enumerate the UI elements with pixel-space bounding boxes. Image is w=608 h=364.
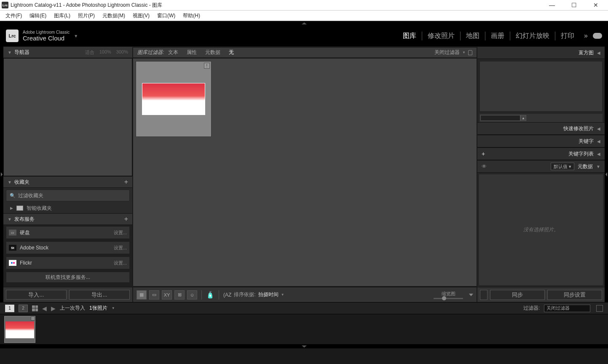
quick-develop-header[interactable]: 快速修改照片 ◀ — [477, 122, 605, 135]
left-panel-collapse[interactable] — [0, 46, 3, 302]
grid-shortcut-icon[interactable] — [32, 305, 38, 311]
photo-count: 1张照片 — [89, 305, 107, 312]
primary-monitor-icon[interactable]: 1 — [5, 305, 14, 312]
smart-collections-item[interactable]: ▶ 智能收藏夹 — [3, 203, 132, 213]
add-publish-icon[interactable]: + — [124, 215, 128, 223]
publish-disk[interactable]: ▭ 硬盘 设置... — [6, 226, 130, 239]
module-map[interactable]: 地图 — [460, 32, 485, 40]
chevron-left-icon: ◀ — [597, 126, 600, 131]
grid-view-icon[interactable]: ▦ — [137, 290, 147, 300]
filter-label: 图库过滤器: — [137, 49, 164, 56]
stepper-icon[interactable]: ▲ — [520, 115, 526, 121]
menu-window[interactable]: 窗口(W) — [153, 12, 179, 19]
chevron-down-icon[interactable]: ▼ — [112, 306, 115, 310]
flag-icon[interactable]: ! — [204, 63, 210, 69]
histogram-header[interactable]: 直方图 ◀ — [477, 46, 605, 59]
nav-300[interactable]: 300% — [116, 49, 128, 56]
menu-edit[interactable]: 编辑(E) — [26, 12, 50, 19]
toolbar-menu-icon[interactable] — [469, 294, 473, 296]
nav-back-icon[interactable]: ◀ — [42, 305, 47, 312]
survey-view-icon[interactable]: ⊞ — [174, 290, 185, 300]
publish-title: 发布服务 — [14, 216, 124, 223]
collections-filter-input[interactable]: 🔍 过滤收藏夹 — [6, 190, 130, 201]
product-small: Adobe Lightroom Classic — [23, 30, 70, 35]
publish-disk-setup[interactable]: 设置... — [114, 230, 127, 236]
navigator-preview[interactable] — [3, 58, 132, 176]
publish-find-more[interactable]: 联机查找更多服务... — [6, 272, 130, 283]
filmstrip-filter-dropdown[interactable]: 关闭过滤器 — [544, 305, 590, 312]
eye-icon[interactable]: 👁 — [482, 163, 487, 169]
smart-collection-icon — [16, 206, 23, 211]
export-button[interactable]: 导出... — [69, 290, 130, 300]
nav-100[interactable]: 100% — [99, 49, 111, 56]
filter-text[interactable]: 文本 — [164, 49, 182, 56]
sync-button[interactable]: 同步 — [490, 290, 545, 300]
top-panel-collapse[interactable] — [0, 21, 608, 25]
bottom-panel-collapse[interactable] — [0, 344, 608, 348]
publish-flickr-setup[interactable]: 设置... — [114, 260, 127, 266]
painter-tool-icon[interactable]: 🧴 — [206, 291, 214, 299]
nav-forward-icon[interactable]: ▶ — [51, 305, 56, 312]
add-collection-icon[interactable]: + — [124, 178, 128, 186]
chevron-down-icon: ▼ — [462, 51, 466, 54]
module-overflow-icon[interactable]: » — [580, 32, 589, 40]
cloud-sync-icon[interactable] — [593, 33, 602, 39]
publish-header[interactable]: ▼ 发布服务 + — [3, 213, 132, 225]
nav-fit[interactable]: 适合 — [85, 49, 94, 56]
window-title: Lightroom Catalog-v11 - Adobe Photoshop … — [11, 2, 546, 9]
loupe-view-icon[interactable]: ▭ — [149, 290, 159, 300]
sort-direction-icon[interactable]: (AZ — [223, 292, 231, 298]
menu-photo[interactable]: 照片(P) — [74, 12, 99, 19]
sync-toggle-icon[interactable] — [480, 290, 487, 300]
filter-metadata[interactable]: 元数据 — [201, 49, 225, 56]
module-develop[interactable]: 修改照片 — [422, 32, 460, 40]
people-view-icon[interactable]: ☺ — [187, 290, 197, 300]
filter-lock-icon[interactable] — [596, 305, 603, 312]
compare-view-icon[interactable]: XY — [162, 290, 172, 300]
secondary-monitor-icon[interactable]: 2 — [19, 305, 28, 312]
sync-settings-button[interactable]: 同步设置 — [547, 290, 602, 300]
left-panel: ▼ 导航器 适合 100% 300% ▼ 收藏夹 + 🔍 过滤收藏夹 ▶ 智能收… — [3, 46, 132, 302]
import-button[interactable]: 导入... — [6, 290, 67, 300]
thumbnail-size-slider[interactable] — [434, 298, 463, 299]
navigator-header[interactable]: ▼ 导航器 适合 100% 300% — [3, 46, 132, 58]
publish-stock-setup[interactable]: 设置... — [114, 245, 127, 251]
lock-icon[interactable] — [468, 50, 472, 55]
menu-view[interactable]: 视图(V) — [129, 12, 153, 19]
module-library[interactable]: 图库 — [397, 32, 422, 40]
menu-metadata[interactable]: 元数据(M) — [99, 12, 129, 19]
filter-none[interactable]: 无 — [225, 49, 238, 56]
keyword-list-title: 关键字列表 — [568, 150, 594, 158]
menu-help[interactable]: 帮助(H) — [179, 12, 204, 19]
thumbnail-image — [5, 321, 34, 338]
metadata-header[interactable]: 👁 默认值 ▾ 元数据 ▼ — [477, 160, 605, 173]
add-keyword-icon[interactable]: + — [482, 150, 485, 157]
filmstrip[interactable] — [0, 314, 608, 344]
collections-header[interactable]: ▼ 收藏夹 + — [3, 176, 132, 188]
publish-flickr[interactable]: Flickr 设置... — [6, 257, 130, 269]
module-slideshow[interactable]: 幻灯片放映 — [510, 32, 555, 40]
close-button[interactable]: ✕ — [589, 2, 602, 8]
keywords-header[interactable]: 关键字 ◀ — [477, 135, 605, 147]
module-print[interactable]: 打印 — [555, 32, 580, 40]
filter-placeholder: 过滤收藏夹 — [18, 192, 43, 199]
identity-dropdown-icon[interactable]: ▼ — [74, 34, 78, 38]
thumbnail-cell[interactable]: ! — [136, 61, 212, 137]
publish-stock[interactable]: St Adobe Stock 设置... — [6, 241, 130, 254]
maximize-button[interactable]: ☐ — [568, 2, 580, 8]
filmstrip-thumbnail[interactable] — [4, 316, 35, 343]
title-bar: Lrc Lightroom Catalog-v11 - Adobe Photos… — [0, 0, 608, 11]
metadata-preset-dropdown[interactable]: 默认值 ▾ — [551, 163, 574, 170]
sort-value[interactable]: 拍摄时间 — [258, 291, 279, 298]
module-book[interactable]: 画册 — [485, 32, 510, 40]
right-panel-collapse[interactable] — [605, 46, 608, 302]
source-breadcrumb[interactable]: 上一次导入 — [60, 305, 85, 312]
minimize-button[interactable]: — — [546, 2, 558, 8]
filter-off-dropdown[interactable]: 关闭过滤器 — [434, 49, 460, 56]
keyword-list-header[interactable]: + 关键字列表 ◀ — [477, 147, 605, 160]
grid-view[interactable]: ! — [133, 59, 477, 286]
menu-library[interactable]: 图库(L) — [50, 12, 74, 19]
menu-file[interactable]: 文件(F) — [2, 12, 26, 19]
filter-attribute[interactable]: 属性 — [182, 49, 201, 56]
navigator-title: 导航器 — [14, 49, 85, 56]
